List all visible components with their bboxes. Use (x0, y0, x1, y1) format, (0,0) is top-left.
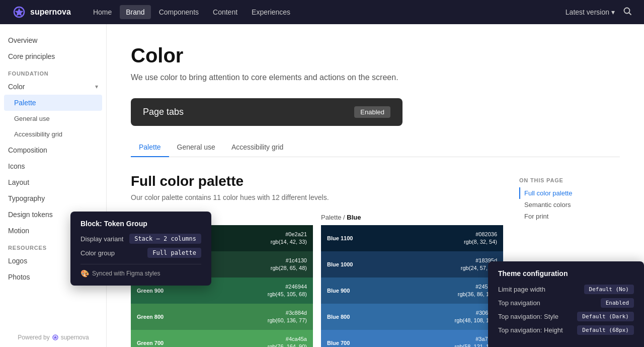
theme-config-value-0: Default (No) (584, 285, 634, 294)
tabs-row: Palette General use Accessibility grid (131, 138, 620, 157)
page-title: Color (131, 44, 620, 67)
sidebar-item-palette[interactable]: Palette (4, 95, 102, 111)
chevron-down-icon: ▾ (611, 8, 615, 16)
blue-swatch-1000: Blue 1000 #18395drgb(24, 57, 93) (321, 251, 503, 277)
sidebar-item-overview[interactable]: Overview (0, 32, 106, 48)
version-selector[interactable]: Latest version ▾ (566, 8, 615, 16)
sidebar-item-accessibility-grid[interactable]: Accessibility grid (0, 126, 106, 142)
blue-swatch-700: Blue 700 #3a79bdrgb(58, 121, 189) (321, 330, 503, 347)
version-label: Latest version (566, 8, 609, 16)
nav-home[interactable]: Home (87, 5, 118, 19)
tooltip-figma: 🎨 Synced with Figma styles (80, 264, 201, 277)
page-subtitle: We use color to bring attention to core … (131, 73, 620, 82)
theme-config-row-0: Limit page width Default (No) (498, 285, 634, 294)
tooltip-color-group-label: Color group (80, 249, 115, 257)
blue-swatch-800: Blue 800 #306ca5rgb(48, 108, 165) (321, 304, 503, 330)
chevron-icon: ▾ (95, 83, 98, 90)
theme-config-row-1: Top navigation Enabled (498, 298, 634, 308)
sidebar-item-typography[interactable]: Typography (0, 190, 106, 206)
toc-item-semantic[interactable]: Semantic colors (519, 199, 620, 211)
nav-right: Latest version ▾ (566, 7, 632, 18)
theme-config-label-3: Top navigation: Height (498, 326, 563, 334)
theme-config-title: Theme configuration (498, 269, 634, 277)
tooltip-color-group-row: Color group Full palette (80, 248, 201, 258)
powered-by: Powered by supernova (0, 334, 107, 341)
supernova-logo-icon (12, 5, 26, 19)
page-tabs-title: Page tabs (143, 107, 184, 117)
toc-item-full-color[interactable]: Full color palette (519, 187, 620, 199)
blue-swatch-1100: Blue 1100 #082036rgb(8, 32, 54) (321, 225, 503, 251)
theme-config-label-2: Top navigation: Style (498, 313, 558, 320)
theme-config-row-3: Top navigation: Height Default (68px) (498, 325, 634, 335)
sidebar-item-color[interactable]: Color ▾ (0, 79, 106, 95)
theme-config-label-0: Limit page width (498, 286, 545, 293)
svg-point-1 (624, 8, 630, 13)
tooltip-color-group-value: Full palette (147, 248, 201, 258)
tab-accessibility-grid[interactable]: Accessibility grid (223, 138, 291, 157)
section-title: Full color palette (131, 173, 503, 189)
nav-content[interactable]: Content (207, 5, 244, 19)
sidebar-item-icons[interactable]: Icons (0, 158, 106, 174)
page-tabs-banner: Page tabs Enabled (131, 98, 403, 126)
theme-config-label-1: Top navigation (498, 299, 540, 307)
tooltip-figma-text: Synced with Figma styles (92, 270, 160, 277)
green-swatch-700: Green 700 #4ca45argb(76, 164, 90) (131, 330, 313, 347)
sidebar-section-foundation: FOUNDATION (0, 64, 106, 79)
top-nav: supernova Home Brand Components Content … (0, 0, 644, 24)
nav-brand[interactable]: Brand (120, 5, 150, 19)
sidebar-item-general-use[interactable]: General use (0, 111, 106, 126)
tab-general-use[interactable]: General use (169, 138, 223, 157)
tooltip-display-variant-label: Display variant (80, 235, 123, 243)
nav-links: Home Brand Components Content Experience… (87, 5, 566, 19)
nav-components[interactable]: Components (153, 5, 205, 19)
token-group-tooltip: Block: Token Group Display variant Stack… (70, 212, 211, 286)
logo[interactable]: supernova (12, 5, 71, 19)
section-subtitle: Our color palette contains 11 color hues… (131, 193, 503, 201)
figma-icon: 🎨 (80, 269, 89, 277)
palette-blue-label: Palette / Blue (321, 214, 503, 221)
green-swatch-800: Green 800 #3c884drgb(60, 136, 77) (131, 304, 313, 330)
enabled-badge: Enabled (354, 106, 390, 118)
sidebar-item-composition[interactable]: Composition (0, 142, 106, 158)
toc-label: ON THIS PAGE (519, 177, 620, 183)
supernova-small-icon (52, 334, 59, 341)
theme-config-value-2: Default (Dark) (577, 312, 634, 321)
sidebar-item-core-principles[interactable]: Core principles (0, 48, 106, 64)
theme-config-value-3: Default (68px) (577, 325, 634, 335)
svg-line-2 (629, 13, 631, 15)
sidebar: Overview Core principles FOUNDATION Colo… (0, 24, 107, 347)
palette-blue: Palette / Blue Blue 1100 #082036rgb(8, 3… (321, 214, 503, 347)
theme-config-row-2: Top navigation: Style Default (Dark) (498, 312, 634, 321)
tooltip-title: Block: Token Group (80, 220, 201, 228)
tooltip-display-variant-value: Stack – 2 columns (129, 234, 201, 244)
tab-palette[interactable]: Palette (131, 138, 169, 157)
blue-swatch-900: Blue 900 #245685rgb(36, 86, 133) (321, 277, 503, 304)
sidebar-item-layout[interactable]: Layout (0, 174, 106, 190)
theme-config-panel: Theme configuration Limit page width Def… (488, 261, 644, 347)
search-button[interactable] (623, 7, 632, 18)
tooltip-display-variant-row: Display variant Stack – 2 columns (80, 234, 201, 244)
search-icon (623, 7, 632, 16)
nav-experiences[interactable]: Experiences (246, 5, 296, 19)
toc-item-print[interactable]: For print (519, 211, 620, 222)
logo-text: supernova (30, 8, 71, 17)
theme-config-value-1: Enabled (601, 298, 634, 308)
